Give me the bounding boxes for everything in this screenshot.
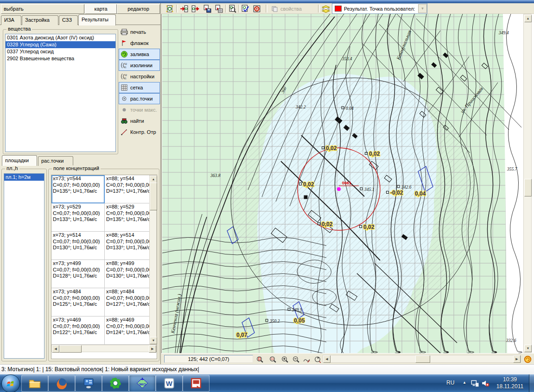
fill-button[interactable]: заливка — [119, 49, 160, 60]
volume-muted-icon[interactable] — [481, 379, 490, 388]
scroll-down-arrow[interactable]: ▼ — [150, 337, 157, 344]
explorer-app[interactable] — [21, 375, 48, 392]
map-hscrollbar[interactable]: ◀ ▶ — [323, 355, 521, 363]
conc-cell[interactable]: x=73; y=469C=0,07; f=0,00(0,00)D=122°; U… — [51, 316, 105, 345]
import-map-icon[interactable] — [178, 4, 190, 13]
tab-redaktor[interactable]: редактор — [117, 4, 160, 14]
isolines-button[interactable]: 0201изолинии — [119, 60, 160, 71]
map-vscrollbar[interactable]: ▲ ▼ — [523, 14, 532, 353]
zoom-rect-icon[interactable] — [267, 354, 278, 364]
scrollbar-thumb[interactable] — [59, 345, 82, 353]
substances-list[interactable]: 0301 Азота диоксид (Азот (IV) оксид)0328… — [5, 34, 116, 152]
find-button[interactable]: найти — [119, 115, 160, 126]
tab-rezultaty[interactable]: Результаты — [78, 14, 116, 25]
conc-cell-line: D=130°; U=1,76м/с — [53, 245, 103, 251]
conc-table-hscrollbar[interactable]: ◀ ▶ — [51, 345, 157, 352]
measure-icon[interactable] — [301, 354, 312, 364]
contour-button[interactable]: Контр. Отр — [119, 126, 160, 138]
word-app[interactable]: W — [156, 375, 183, 392]
zoom-out-icon[interactable] — [291, 354, 301, 364]
clock[interactable]: 10:39 18.11.2011 — [492, 376, 528, 390]
scrollbar-thumb[interactable] — [150, 183, 157, 210]
scroll-right-arrow[interactable]: ▶ — [513, 355, 521, 363]
scroll-up-arrow[interactable]: ▲ — [524, 15, 532, 22]
picture-manager-app[interactable] — [183, 375, 210, 392]
conc-cell[interactable]: x=73; y=544C=0,07; f=0,00(0,00)D=135°; U… — [51, 175, 105, 203]
tab-ploshchadki[interactable]: площадки — [2, 155, 37, 166]
properties-button[interactable]: свойства — [271, 4, 302, 13]
rotate-view-icon[interactable] — [312, 354, 323, 364]
grid-button[interactable]: сетка — [119, 82, 160, 93]
conc-cell[interactable]: x=88; y=529C=0,07; f=0,00(0,00)D=135°; U… — [105, 203, 150, 232]
substance-item[interactable]: 0301 Азота диоксид (Азот (IV) оксид) — [6, 34, 115, 41]
conc-cell-line: C=0,07; f=0,00(0,00) — [106, 182, 150, 189]
sites-list[interactable]: пл.1; h=2м — [4, 173, 44, 359]
scroll-left-arrow[interactable]: ◀ — [323, 355, 331, 363]
preview-icon[interactable] — [227, 4, 238, 13]
icq-icon — [109, 377, 121, 390]
substance-item[interactable]: 2902 Взвешенные вещества — [6, 55, 115, 62]
tray-expand-icon[interactable]: ▲ — [463, 380, 466, 385]
scrollbar-thumb[interactable] — [415, 355, 430, 363]
tab-ras-tochki[interactable]: рас.точки — [38, 156, 73, 166]
picture-icon — [190, 377, 202, 390]
start-button[interactable] — [1, 374, 20, 392]
conc-table-vscrollbar[interactable]: ▲ ▼ — [149, 175, 157, 345]
conc-cell[interactable]: x=88; y=544C=0,07; f=0,00(0,00)D=137°; U… — [105, 175, 150, 203]
print-button[interactable]: печать — [119, 26, 160, 38]
eco-app[interactable]: ЭКО — [129, 375, 156, 392]
scroll-right-arrow[interactable]: ▶ — [149, 345, 156, 353]
language-indicator[interactable]: RU — [446, 379, 454, 386]
scroll-up-arrow[interactable]: ▲ — [150, 176, 157, 183]
conc-cell[interactable]: x=88; y=499C=0,07; f=0,00(0,00)D=130°; U… — [105, 260, 150, 288]
site-item[interactable]: пл.1; h=2м — [4, 174, 44, 181]
display-settings-app[interactable] — [75, 375, 102, 392]
save-map-icon[interactable] — [202, 4, 213, 13]
svg-text:02: 02 — [125, 74, 127, 76]
select-button[interactable]: выбрать — [1, 4, 84, 14]
settings-button[interactable]: 0201настройки — [119, 71, 160, 82]
tab-zastroyka[interactable]: Застройка — [22, 15, 58, 25]
icq-app[interactable] — [102, 375, 129, 392]
map-to-table-icon[interactable] — [213, 4, 224, 13]
scroll-down-arrow[interactable]: ▼ — [524, 345, 532, 352]
conc-cell[interactable]: x=88; y=514C=0,07; f=0,00(0,00)D=133°; U… — [105, 232, 150, 260]
conc-cell[interactable]: x=88; y=484C=0,07; f=0,00(0,00)D=127°; U… — [105, 288, 150, 316]
map-canvas[interactable]: 0061 353.4342.2345.1342.6349.9350.2363.8… — [162, 14, 523, 353]
calc-points-icon — [121, 95, 128, 102]
tab-szz[interactable]: СЗЗ — [59, 15, 78, 25]
flag-button[interactable]: флажок — [119, 38, 160, 49]
report-icon[interactable] — [164, 4, 175, 13]
layers-icon[interactable] — [320, 4, 331, 13]
emission-source-point[interactable] — [337, 187, 341, 191]
conc-cell-line: x=73; y=544 — [53, 176, 103, 182]
legend-dropdown[interactable]: Результат. Точка пользовател: ▼ — [332, 3, 427, 14]
zoom-in-icon[interactable] — [280, 354, 290, 364]
elevation-label: 350.2 — [269, 319, 280, 323]
scrollbar-thumb[interactable] — [524, 179, 532, 196]
record-icon[interactable] — [251, 4, 262, 13]
export-map-icon[interactable] — [190, 4, 201, 13]
check-map-icon[interactable] — [240, 4, 251, 13]
source-id-label: 0061 — [342, 181, 351, 185]
chevron-down-icon[interactable]: ▼ — [418, 4, 427, 13]
conc-cell[interactable]: x=73; y=499C=0,07; f=0,00(0,00)D=128°; U… — [51, 260, 105, 288]
conc-table[interactable]: x=73; y=544C=0,07; f=0,00(0,00)D=135°; U… — [51, 175, 150, 345]
tab-iza[interactable]: ИЗА — [1, 15, 21, 25]
conc-field-group: поле концентраций x=73; y=544C=0,07; f=0… — [48, 169, 159, 361]
cursor-position-field: 125; 442 (C=0,07) — [164, 355, 253, 363]
network-icon[interactable] — [470, 379, 479, 388]
substance-item[interactable]: 0328 Углерод (Сажа) — [6, 41, 115, 48]
substance-item[interactable]: 0337 Углерод оксид — [6, 48, 115, 55]
firefox-app[interactable] — [48, 375, 75, 392]
conc-cell[interactable]: x=73; y=529C=0,07; f=0,00(0,00)D=133°; U… — [51, 203, 105, 232]
tab-karta[interactable]: карта — [85, 4, 117, 14]
navigator-icon[interactable] — [522, 354, 533, 364]
calc-points-button[interactable]: рас.точки — [119, 93, 160, 104]
scroll-left-arrow[interactable]: ◀ — [52, 345, 59, 353]
zoom-page-icon[interactable] — [254, 354, 265, 364]
conc-cell[interactable]: x=73; y=514C=0,07; f=0,00(0,00)D=130°; U… — [51, 232, 105, 260]
show-desktop-button[interactable] — [529, 374, 534, 392]
conc-cell[interactable]: x=73; y=484C=0,07; f=0,00(0,00)D=125°; U… — [51, 288, 105, 316]
conc-cell[interactable]: x=88; y=469C=0,07; f=0,00(0,00)D=124°; U… — [105, 316, 150, 345]
